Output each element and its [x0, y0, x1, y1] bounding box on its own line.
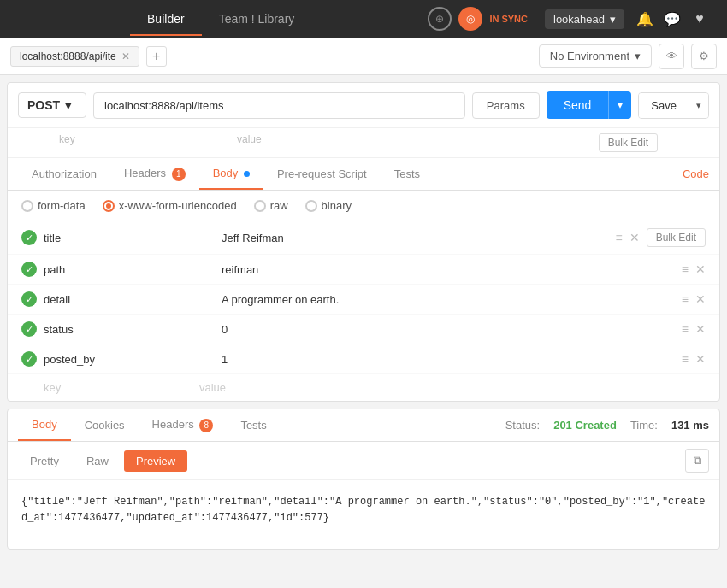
tab-url: localhost:8888/api/ite	[20, 50, 116, 62]
user-dropdown[interactable]: lookahead ▾	[545, 9, 624, 29]
radio-raw[interactable]: raw	[254, 199, 288, 212]
method-chevron-icon: ▾	[65, 98, 71, 112]
save-chevron-icon: ▾	[696, 100, 701, 110]
open-tab[interactable]: localhost:8888/api/ite ✕	[10, 46, 139, 67]
request-line: POST ▾ Params Send ▾ Save ▾	[8, 83, 719, 128]
url-input[interactable]	[93, 92, 465, 119]
table-row: ✓ status 0 ≡ ✕	[8, 315, 719, 344]
response-sub-tab-preview[interactable]: Preview	[124, 450, 187, 472]
env-select-area: No Environment ▾ 👁 ⚙	[539, 44, 717, 69]
row-actions-3: ≡ ✕	[682, 322, 706, 336]
env-label: No Environment	[550, 50, 629, 62]
eye-icon: 👁	[666, 50, 677, 62]
notifications-icon[interactable]: 🔔	[631, 5, 659, 32]
env-eye-button[interactable]: 👁	[659, 44, 684, 69]
nav-tabs-container: Builder Team ! Library	[14, 2, 428, 36]
copy-response-button[interactable]: ⧉	[685, 449, 709, 473]
row-key-0: title	[44, 232, 215, 244]
sync-area: ⊕ ◎ IN SYNC	[428, 7, 528, 31]
nav-tab-team-library[interactable]: Team ! Library	[202, 2, 312, 36]
row-menu-icon-0[interactable]: ≡	[615, 231, 622, 244]
body-dot	[244, 171, 250, 177]
row-actions-0: ≡ ✕	[615, 231, 639, 244]
response-tab-body[interactable]: Body	[18, 409, 71, 441]
headers-badge: 1	[172, 168, 186, 181]
row-menu-icon-2[interactable]: ≡	[682, 292, 689, 306]
nav-tab-builder[interactable]: Builder	[130, 2, 202, 36]
response-tab-tests[interactable]: Tests	[227, 410, 280, 440]
key-hint-label: key	[59, 133, 230, 152]
send-button[interactable]: Send	[547, 91, 609, 119]
row-value-0: Jeff Reifman	[222, 232, 608, 244]
add-tab-button[interactable]: +	[146, 46, 167, 67]
form-rows-container: ✓ title Jeff Reifman ≡ ✕ Bulk Edit ✓ pat…	[8, 221, 719, 374]
time-value: 131 ms	[671, 419, 709, 432]
row-check-4[interactable]: ✓	[21, 351, 37, 367]
response-tab-cookies[interactable]: Cookies	[71, 410, 139, 440]
bulk-edit-hint-button[interactable]: Bulk Edit	[599, 133, 658, 152]
env-settings-button[interactable]: ⚙	[691, 44, 717, 69]
method-selector[interactable]: POST ▾	[18, 92, 86, 118]
send-chevron-icon: ▾	[618, 99, 623, 111]
save-arrow-button[interactable]: ▾	[689, 93, 708, 118]
time-label: Time:	[630, 419, 658, 432]
row-actions-2: ≡ ✕	[682, 292, 706, 306]
tab-prerequest[interactable]: Pre-request Script	[263, 159, 381, 189]
table-row: ✓ detail A programmer on earth. ≡ ✕	[8, 285, 719, 315]
empty-key-label: key	[21, 381, 192, 394]
params-button[interactable]: Params	[472, 92, 540, 119]
response-sub-tab-raw[interactable]: Raw	[74, 450, 121, 472]
radio-binary[interactable]: binary	[305, 199, 352, 212]
row-menu-icon-4[interactable]: ≡	[682, 352, 689, 366]
response-sub-tab-pretty[interactable]: Pretty	[18, 450, 71, 472]
top-navigation: Builder Team ! Library ⊕ ◎ IN SYNC looka…	[0, 0, 727, 38]
nav-tab-team-library-label: Team ! Library	[219, 12, 295, 26]
bulk-edit-button[interactable]: Bulk Edit	[647, 228, 706, 247]
row-check-3[interactable]: ✓	[21, 321, 37, 337]
row-menu-icon-3[interactable]: ≡	[682, 322, 689, 336]
row-check-0[interactable]: ✓	[21, 230, 37, 245]
row-delete-icon-3[interactable]: ✕	[695, 322, 706, 336]
tab-tests[interactable]: Tests	[381, 159, 434, 189]
tab-authorization[interactable]: Authorization	[18, 159, 110, 189]
row-check-2[interactable]: ✓	[21, 291, 37, 307]
environment-dropdown[interactable]: No Environment ▾	[539, 44, 652, 68]
heart-icon[interactable]: ♥	[686, 5, 713, 32]
radio-binary-circle	[305, 200, 317, 212]
planet-icon: ⊕	[428, 7, 452, 31]
user-label: lookahead	[553, 13, 605, 26]
row-delete-icon-2[interactable]: ✕	[695, 292, 706, 306]
params-hint-row: key value Bulk Edit	[8, 128, 719, 158]
response-tab-headers[interactable]: Headers 8	[139, 409, 228, 441]
response-meta: Status: 201 Created Time: 131 ms	[505, 419, 709, 432]
row-key-2: detail	[44, 293, 215, 306]
row-delete-icon-1[interactable]: ✕	[695, 262, 706, 276]
row-key-4: posted_by	[44, 353, 215, 366]
tab-close-icon[interactable]: ✕	[121, 50, 130, 62]
empty-form-row: key value	[8, 374, 719, 401]
row-delete-icon-0[interactable]: ✕	[629, 231, 640, 244]
gear-icon: ⚙	[699, 50, 709, 62]
code-link[interactable]: Code	[683, 159, 709, 189]
send-arrow-button[interactable]: ▾	[608, 91, 631, 119]
value-hint-label: value	[237, 133, 592, 152]
chat-icon[interactable]: 💬	[659, 5, 686, 32]
response-panel: Body Cookies Headers 8 Tests Status: 201…	[7, 409, 720, 550]
tab-headers[interactable]: Headers 1	[110, 158, 199, 190]
user-chevron-icon: ▾	[610, 13, 616, 26]
row-check-1[interactable]: ✓	[21, 262, 37, 277]
row-menu-icon-1[interactable]: ≡	[682, 262, 689, 276]
row-actions-4: ≡ ✕	[682, 352, 706, 366]
response-sub-tabs: Pretty Raw Preview ⧉	[8, 442, 719, 480]
radio-urlencoded-circle	[103, 200, 115, 212]
sync-label: IN SYNC	[489, 14, 528, 24]
row-key-1: path	[44, 263, 215, 276]
status-value: 201 Created	[553, 419, 617, 432]
radio-form-data[interactable]: form-data	[21, 199, 86, 212]
tab-body[interactable]: Body	[199, 158, 263, 190]
row-delete-icon-4[interactable]: ✕	[695, 352, 706, 366]
save-button[interactable]: Save	[639, 93, 689, 118]
radio-urlencoded[interactable]: x-www-form-urlencoded	[103, 199, 237, 212]
response-headers-badge: 8	[199, 419, 213, 432]
add-tab-icon: +	[152, 49, 160, 64]
